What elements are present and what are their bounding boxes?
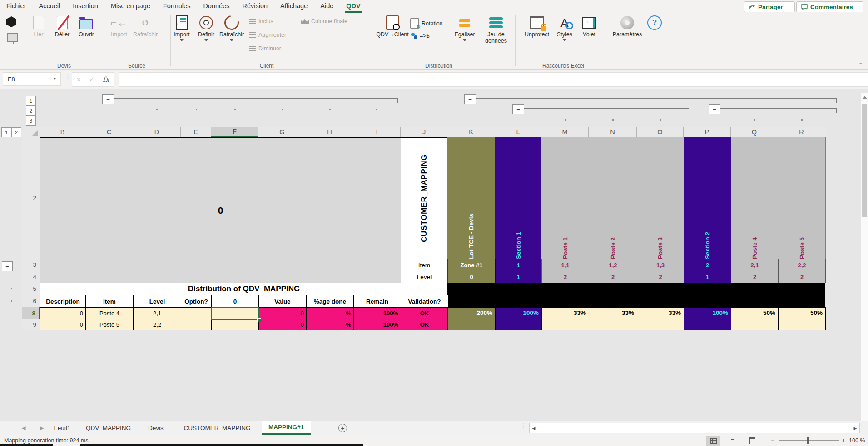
column-header-Q[interactable]: Q [731, 127, 778, 137]
tab-insertion[interactable]: Insertion [66, 0, 104, 13]
cell-B9[interactable]: 0 [40, 319, 86, 330]
diminuer-button[interactable]: Diminuer [249, 45, 281, 52]
mapping-col-header-9[interactable]: Lot TCE - Devis [447, 137, 496, 259]
tab-aide[interactable]: Aide [314, 0, 340, 13]
augmenter-button[interactable]: Augmenter [249, 32, 286, 38]
header-cell-option-[interactable]: Option? [181, 295, 212, 308]
fill-handle[interactable] [257, 318, 261, 322]
cell-title-distribution[interactable]: Distribution of QDV_MAPPING [40, 283, 448, 295]
cell-B8[interactable]: 0 [40, 307, 86, 319]
row-header-9[interactable]: 9 [22, 319, 40, 330]
column-header-K[interactable]: K [447, 127, 495, 137]
select-all-corner[interactable] [22, 127, 40, 137]
cell-J8[interactable]: OK [401, 307, 448, 319]
mapping-item-10[interactable]: 1 [495, 259, 542, 271]
scroll-right-icon[interactable]: ▶ [851, 423, 859, 433]
mapping-level-12[interactable]: 2 [589, 271, 637, 283]
mapping-item-14[interactable]: 2 [684, 259, 731, 271]
column-header-P[interactable]: P [684, 127, 731, 137]
collapse-ribbon-icon[interactable]: ⌃ [858, 62, 865, 68]
ouvrir-button[interactable]: Ouvrir [74, 15, 99, 38]
tab-mise-en-page[interactable]: Mise en page [104, 0, 157, 13]
mapping-item-9[interactable]: Zone #1 [447, 259, 496, 271]
cell-I9[interactable]: 100% [353, 319, 401, 330]
horizontal-scrollbar[interactable]: ◀ ▶ [529, 423, 860, 433]
mapping-pct-11[interactable]: 33% [541, 307, 589, 330]
mapping-pct-9[interactable]: 200% [447, 307, 496, 330]
cell-G9[interactable]: 0 [258, 319, 307, 330]
outline-col-level-1[interactable]: 1 [26, 96, 36, 106]
column-header-H[interactable]: H [306, 127, 353, 137]
sheet-tab-feuil1[interactable]: Feuil1 [47, 421, 78, 435]
mapping-col-header-15[interactable]: Poste 4 [731, 137, 779, 259]
sheet-tab-mapping#1[interactable]: MAPPING#1 [262, 421, 311, 435]
column-header-I[interactable]: I [353, 127, 401, 137]
header-cell-0[interactable]: 0 [211, 295, 259, 308]
fx-icon[interactable]: fx [103, 75, 109, 83]
mapping-col-header-14[interactable]: Section 2 [684, 137, 731, 259]
cell-J9[interactable]: OK [401, 319, 448, 330]
mapping-pct-15[interactable]: 50% [731, 307, 779, 330]
styles-button[interactable]: A Styles [553, 15, 576, 41]
cell-J3-item[interactable]: Item [401, 259, 448, 271]
outline-col-level-2[interactable]: 2 [26, 106, 36, 116]
column-header-N[interactable]: N [589, 127, 637, 137]
mapping-pct-10[interactable]: 100% [495, 307, 542, 330]
vertical-scrollbar[interactable] [861, 93, 868, 421]
tab-splitter[interactable]: ⋮ [521, 425, 526, 427]
inclus-button[interactable]: Inclus [249, 18, 273, 25]
cell-E9[interactable] [181, 319, 212, 330]
header-cell-remain[interactable]: Remain [353, 295, 401, 308]
zoom-slider-thumb[interactable] [807, 437, 809, 444]
column-header-J[interactable]: J [401, 127, 448, 137]
comments-button[interactable]: Commentaires [796, 1, 863, 12]
column-header-F[interactable]: F [211, 127, 258, 137]
collapse-group-button[interactable]: − [512, 104, 524, 114]
column-header-R[interactable]: R [778, 127, 825, 137]
scroll-left-icon[interactable]: ◀ [530, 423, 538, 433]
mapping-level-14[interactable]: 1 [684, 271, 731, 283]
row-header-8[interactable]: 8 [22, 307, 40, 319]
tab-fichier[interactable]: Fichier [0, 0, 33, 13]
mapping-level-10[interactable]: 1 [495, 271, 542, 283]
formula-grip[interactable]: ⋮ [65, 75, 71, 78]
header-cell-item[interactable]: Item [85, 295, 134, 308]
client-import-button[interactable]: Import [169, 15, 194, 41]
row-header-6[interactable]: 6 [22, 295, 40, 308]
egaliser-button[interactable]: Egaliser [452, 15, 477, 41]
outline-row-level-2[interactable]: 2 [11, 127, 21, 137]
cell-H8[interactable]: % [306, 307, 354, 319]
header-cell-description[interactable]: Description [40, 295, 86, 308]
column-header-E[interactable]: E [181, 127, 211, 137]
tab-affichage[interactable]: Affichage [274, 0, 314, 13]
colonne-finale-button[interactable]: Colonne finale [301, 18, 347, 25]
mapping-pct-14[interactable]: 100% [684, 307, 731, 330]
lier-button[interactable]: Lier [26, 15, 51, 38]
cell-B2-merged[interactable]: 0 [40, 137, 401, 283]
sheet-nav-left-icon[interactable]: ◀ [22, 425, 25, 431]
scroll-up-icon[interactable] [863, 96, 867, 99]
tab-accueil[interactable]: Accueil [33, 0, 67, 13]
header-cell-validation-[interactable]: Validation? [401, 295, 448, 308]
mapping-pct-13[interactable]: 33% [637, 307, 684, 330]
mapping-col-header-16[interactable]: Poste 5 [778, 137, 826, 259]
row-header-4[interactable]: 4 [22, 271, 40, 283]
sheet-tab-qdv_mapping[interactable]: QDV_MAPPING [78, 421, 139, 435]
qdv-client-button[interactable]: QDV→Client [377, 15, 408, 38]
outline-col-level-3[interactable]: 3 [26, 116, 36, 126]
source-import-button[interactable]: ⌐← Import [106, 15, 132, 38]
delier-button[interactable]: Délier [50, 15, 75, 38]
definir-button[interactable]: Definir [193, 15, 219, 41]
mapping-col-header-12[interactable]: Poste 2 [589, 137, 637, 259]
collapse-group-button[interactable]: − [102, 94, 114, 104]
mapping-level-13[interactable]: 2 [637, 271, 684, 283]
collapse-group-button[interactable]: − [464, 94, 476, 104]
rotation-button[interactable]: Rotation [410, 18, 443, 29]
page-break-button[interactable] [745, 436, 759, 446]
share-button[interactable]: Partager [744, 1, 795, 12]
header-cell--age-done[interactable]: %age done [306, 295, 354, 308]
cell-J4-level[interactable]: Level [401, 271, 448, 283]
help-button[interactable]: ? [644, 15, 665, 30]
row-header-2[interactable]: 2 [22, 137, 40, 259]
cell-I8[interactable]: 100% [353, 307, 401, 319]
